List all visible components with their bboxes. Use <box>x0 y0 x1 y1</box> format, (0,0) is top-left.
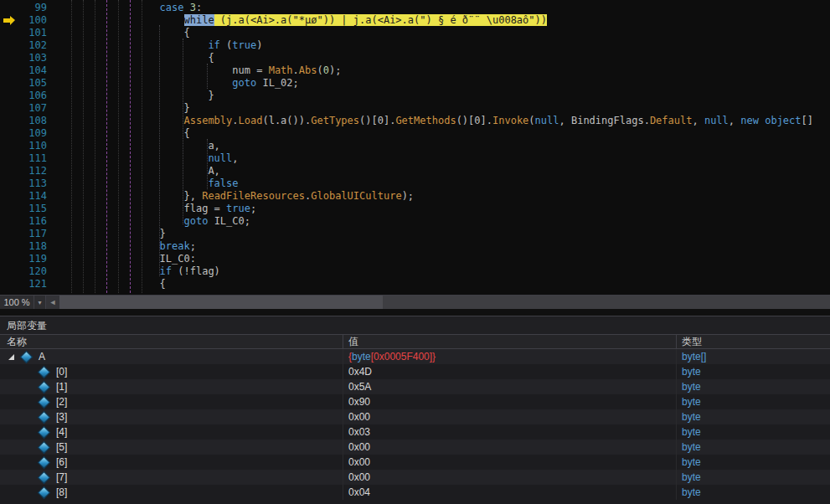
locals-name-cell: [8] <box>0 485 343 500</box>
scroll-left-arrow-icon[interactable]: ◄ <box>46 296 59 309</box>
code-line[interactable]: 109 { <box>0 127 813 140</box>
code-line[interactable]: 119 IL_C0: <box>0 253 813 265</box>
code-line[interactable]: 112 A, <box>0 165 813 177</box>
variable-value[interactable]: 0x04 <box>343 485 677 500</box>
variable-value[interactable]: 0x00 <box>343 470 677 485</box>
line-number: 116 <box>0 215 47 228</box>
locals-row[interactable]: [8]0x04byte <box>0 485 830 500</box>
variable-value[interactable]: 0x5A <box>343 379 677 394</box>
field-icon <box>38 410 51 424</box>
locals-row[interactable]: [6]0x00byte <box>0 455 830 470</box>
code-line[interactable]: 120 if (!flag) <box>0 265 813 278</box>
line-number: 112 <box>0 165 47 177</box>
scrollbar-thumb[interactable] <box>59 296 383 309</box>
code-line[interactable]: 105 goto IL_02; <box>0 77 813 90</box>
locals-row[interactable]: [5]0x00byte <box>0 440 830 455</box>
code-line[interactable]: 99 case 3: <box>0 2 813 14</box>
line-number: 105 <box>0 77 47 90</box>
line-number: 118 <box>0 240 47 253</box>
locals-panel: 局部变量 名称 值 类型 A{byte[0x0005F400]}byte[][0… <box>0 316 830 504</box>
line-number: 104 <box>0 64 47 77</box>
code-line[interactable]: 116 goto IL_C0; <box>0 215 813 228</box>
code-line[interactable]: 111 null, <box>0 152 813 165</box>
variable-value[interactable]: 0x00 <box>343 455 677 470</box>
horizontal-scrollbar[interactable] <box>59 296 830 309</box>
variable-name: [5] <box>56 441 67 453</box>
column-header-type[interactable]: 类型 <box>677 335 830 348</box>
field-icon <box>20 350 34 363</box>
current-statement-arrow-icon <box>3 18 10 23</box>
code-line[interactable]: 106 } <box>0 90 813 102</box>
locals-row[interactable]: [4]0x03byte <box>0 424 830 440</box>
variable-type: byte <box>677 471 830 483</box>
locals-column-headers: 名称 值 类型 <box>0 334 830 349</box>
variable-type: byte <box>677 441 830 453</box>
code-line[interactable]: 115 flag = true; <box>0 203 813 215</box>
variable-type: byte <box>677 366 830 378</box>
locals-name-cell: [0] <box>0 364 343 379</box>
variable-value[interactable]: 0x00 <box>343 440 677 455</box>
variable-value[interactable]: 0x00 <box>343 409 677 424</box>
code-line[interactable]: 118 break; <box>0 240 813 253</box>
line-number: 107 <box>0 102 47 115</box>
code-line[interactable]: 113 false <box>0 177 813 190</box>
code-line[interactable]: 107 } <box>0 102 813 115</box>
variable-name: [4] <box>56 426 67 438</box>
zoom-control[interactable]: 100 % <box>0 296 34 309</box>
variable-name: [7] <box>56 471 67 483</box>
variable-type: byte[] <box>677 351 830 363</box>
variable-name: [0] <box>56 366 67 378</box>
variable-name: [6] <box>56 456 67 468</box>
variable-type: byte <box>677 486 830 498</box>
field-icon <box>38 455 51 469</box>
column-header-value[interactable]: 值 <box>343 335 677 348</box>
code-line[interactable]: 121 { <box>0 278 813 291</box>
variable-value[interactable]: 0x90 <box>343 394 677 409</box>
locals-name-cell: A <box>0 349 343 364</box>
code-line[interactable]: 102 if (true) <box>0 39 813 52</box>
code-line[interactable]: 114 }, ReadFileResources.GlobalUICulture… <box>0 190 813 203</box>
locals-row[interactable]: [1]0x5Abyte <box>0 379 830 394</box>
column-header-name[interactable]: 名称 <box>0 335 343 348</box>
locals-row[interactable]: A{byte[0x0005F400]}byte[] <box>0 349 830 364</box>
variable-name: [2] <box>56 396 67 408</box>
code-line[interactable]: 108 Assembly.Load(l.a()).GetTypes()[0].G… <box>0 115 813 127</box>
debugger-window: 99 case 3:100 while (j.a(<Ai>.a("*µø")) … <box>0 0 830 504</box>
variable-name: A <box>39 351 45 363</box>
expand-toggle-icon[interactable] <box>8 354 14 360</box>
code-line[interactable]: 101 { <box>0 27 813 39</box>
locals-row[interactable]: [2]0x90byte <box>0 394 830 409</box>
field-icon <box>38 380 51 393</box>
variable-value[interactable]: 0x03 <box>343 424 677 440</box>
locals-row[interactable]: [0]0x4Dbyte <box>0 364 830 379</box>
line-number: 111 <box>0 152 47 165</box>
code-line[interactable]: 103 { <box>0 52 813 64</box>
variable-value[interactable]: 0x4D <box>343 364 677 379</box>
line-number: 120 <box>0 265 47 278</box>
line-number: 113 <box>0 177 47 190</box>
variable-name: [8] <box>56 486 67 498</box>
locals-name-cell: [5] <box>0 440 343 455</box>
code-editor[interactable]: 99 case 3:100 while (j.a(<Ai>.a("*µø")) … <box>0 0 830 295</box>
zoom-level-label: 100 % <box>3 297 29 307</box>
line-number: 110 <box>0 140 47 152</box>
field-icon <box>38 425 51 439</box>
code-line[interactable]: 110 a, <box>0 140 813 152</box>
variable-value[interactable]: {byte[0x0005F400]} <box>343 349 677 364</box>
line-number: 108 <box>0 115 47 127</box>
variable-name: [1] <box>56 381 67 393</box>
variable-type: byte <box>677 411 830 423</box>
code-line[interactable]: 117 } <box>0 228 813 240</box>
zoom-dropdown-caret-icon[interactable]: ▾ <box>34 296 46 309</box>
line-number: 114 <box>0 190 47 203</box>
variable-name: [3] <box>56 411 67 423</box>
locals-row[interactable]: [3]0x00byte <box>0 409 830 424</box>
panel-splitter[interactable] <box>0 309 830 316</box>
locals-name-cell: [7] <box>0 470 343 485</box>
code-line-current[interactable]: 100 while (j.a(<Ai>.a("*µø")) | j.a(<Ai>… <box>0 14 813 27</box>
code-line[interactable]: 104 num = Math.Abs(0); <box>0 64 813 77</box>
locals-row[interactable]: [7]0x00byte <box>0 470 830 485</box>
line-number: 106 <box>0 90 47 102</box>
code-lines: 99 case 3:100 while (j.a(<Ai>.a("*µø")) … <box>0 2 813 291</box>
editor-statusbar: 100 % ▾ ◄ <box>0 295 830 309</box>
